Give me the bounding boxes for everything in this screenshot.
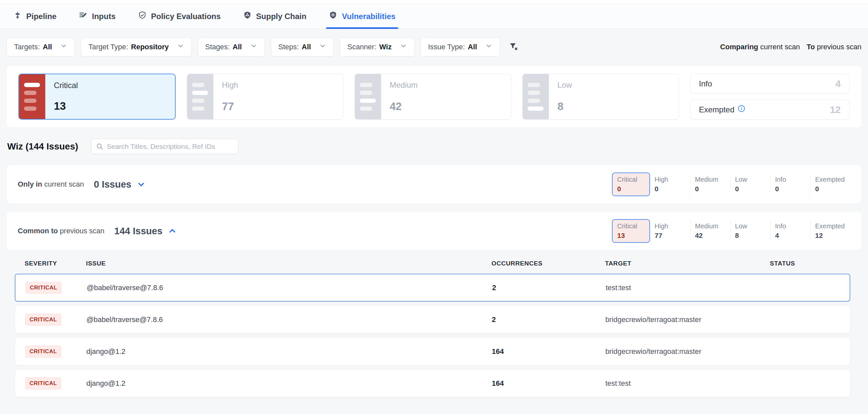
severity-gauge-icon [355,74,381,119]
filter-label: Issue Type: [428,43,465,51]
table-row[interactable]: CRITICAL django@1.2 164 test:test [15,369,850,397]
filter-targets[interactable]: Targets: All [6,37,75,57]
pill-low[interactable]: Low 0 [730,173,770,196]
shield-scan-icon [329,11,338,22]
info-circle-icon[interactable] [738,105,745,114]
pill-high[interactable]: High 0 [650,173,690,196]
window-top-strip [0,0,868,4]
card-value: 13 [54,100,166,112]
card-value: 42 [390,100,502,113]
pipeline-icon [13,11,22,22]
pill-value: 42 [695,232,725,239]
severity-badge: CRITICAL [25,282,62,294]
table-row[interactable]: CRITICAL @babel/traverse@7.8.6 2 test:te… [15,274,850,302]
severity-gauge-icon [19,74,45,119]
pill-critical[interactable]: Critical 13 [612,219,650,243]
pill-label: Medium [695,223,725,230]
occurrences-cell: 2 [492,284,606,292]
card-value: 4 [835,78,841,89]
pill-critical[interactable]: Critical 0 [612,173,650,196]
pill-value: 0 [655,185,685,193]
filter-value: Wiz [379,43,392,51]
chevron-down-icon[interactable] [136,180,146,189]
pill-exempted[interactable]: Exempted 0 [810,173,850,196]
pill-exempted[interactable]: Exempted 12 [810,220,850,242]
tab-label: Policy Evaluations [151,12,221,21]
pill-label: Critical [617,176,645,183]
target-cell: test:test [606,284,771,292]
tab-inputs[interactable]: Inputs [79,4,116,29]
issue-cell: django@1.2 [86,379,492,388]
shield-check-icon [138,11,147,22]
severity-pill-group: Critical 0 High 0 Medium 0 Low 0 Info 0 … [612,173,850,196]
severity-summary-panel: Critical 13 High 77 Medium 42 Low 8 I [6,66,862,127]
severity-card-critical[interactable]: Critical 13 [19,73,176,120]
filter-scanner[interactable]: Scanner: Wiz [340,37,415,57]
tab-supply-chain[interactable]: Supply Chain [243,4,306,29]
filter-steps[interactable]: Steps: All [271,37,334,57]
filter-value: All [302,43,311,51]
search-box [91,139,238,154]
filter-label: Targets: [14,43,40,51]
section-toggle[interactable]: Common to previous scan 144 Issues [18,226,177,237]
scanner-heading: Wiz (144 Issues) [7,141,78,152]
tab-vulnerabilities[interactable]: Vulnerabilities [329,4,395,29]
target-cell: bridgecrewio/terragoat:master [606,316,770,324]
severity-card-medium[interactable]: Medium 42 [354,73,511,120]
results-header-row: Wiz (144 Issues) [7,139,862,154]
pill-label: Info [775,223,806,230]
filter-label: Steps: [278,43,299,51]
chevron-down-icon [314,42,326,52]
section-toggle[interactable]: Only in current scan 0 Issues [18,179,146,190]
card-value: 8 [557,100,670,113]
clear-filters-button[interactable] [508,41,518,53]
pill-value: 0 [815,185,846,193]
col-header-severity: SEVERITY [25,260,86,267]
severity-card-info[interactable]: Info 4 [690,73,849,94]
pill-medium[interactable]: Medium 42 [690,220,730,242]
table-row[interactable]: CRITICAL @babel/traverse@7.8.6 2 bridgec… [15,305,850,333]
severity-card-exempted[interactable]: Exempted 12 [690,99,849,120]
occurrences-cell: 164 [492,347,606,356]
search-input[interactable] [91,139,238,154]
occurrences-cell: 2 [492,316,606,324]
tab-pipeline[interactable]: Pipeline [13,4,57,29]
severity-badge: CRITICAL [25,345,61,358]
severity-card-low[interactable]: Low 8 [522,73,679,120]
side-cards-column: Info 4 Exempted 12 [690,73,849,120]
pill-value: 8 [735,232,766,239]
pill-low[interactable]: Low 8 [730,220,770,242]
table-row[interactable]: CRITICAL django@1.2 164 bridgecrewio/ter… [15,337,850,365]
chevron-down-icon [55,42,67,52]
pill-medium[interactable]: Medium 0 [690,173,730,196]
severity-card-high[interactable]: High 77 [187,73,343,120]
pill-label: Exempted [815,223,846,230]
filter-value: All [233,43,242,51]
filter-stages[interactable]: Stages: All [198,37,265,57]
pill-value: 77 [655,232,685,239]
pill-label: Medium [695,176,725,183]
pill-high[interactable]: High 77 [650,220,690,242]
tab-label: Inputs [92,12,116,21]
issue-cell: @babel/traverse@7.8.6 [86,316,492,324]
pill-info[interactable]: Info 0 [770,173,810,196]
filter-value: All [43,43,52,51]
tab-policy-evaluations[interactable]: Policy Evaluations [138,4,221,29]
chevron-up-icon[interactable] [168,227,177,236]
chevron-down-icon [245,42,257,52]
issue-cell: django@1.2 [86,347,492,356]
severity-pill-group: Critical 13 High 77 Medium 42 Low 8 Info… [612,219,850,243]
tab-label: Pipeline [26,12,57,21]
filter-issue-type[interactable]: Issue Type: All [421,37,500,57]
target-cell: bridgecrewio/terragoat:master [606,347,770,356]
filter-value: Repository [131,43,169,51]
pill-value: 13 [617,232,645,239]
tab-label: Vulnerabilities [342,12,395,21]
pill-info[interactable]: Info 4 [770,220,810,242]
filter-target-type[interactable]: Target Type: Repository [81,37,192,57]
chevron-down-icon [480,42,492,52]
filter-value: All [468,43,477,51]
section-count: 144 Issues [114,226,162,237]
filter-label: Scanner: [347,43,376,51]
section-common-to-previous-scan: Common to previous scan 144 Issues Criti… [6,212,862,250]
